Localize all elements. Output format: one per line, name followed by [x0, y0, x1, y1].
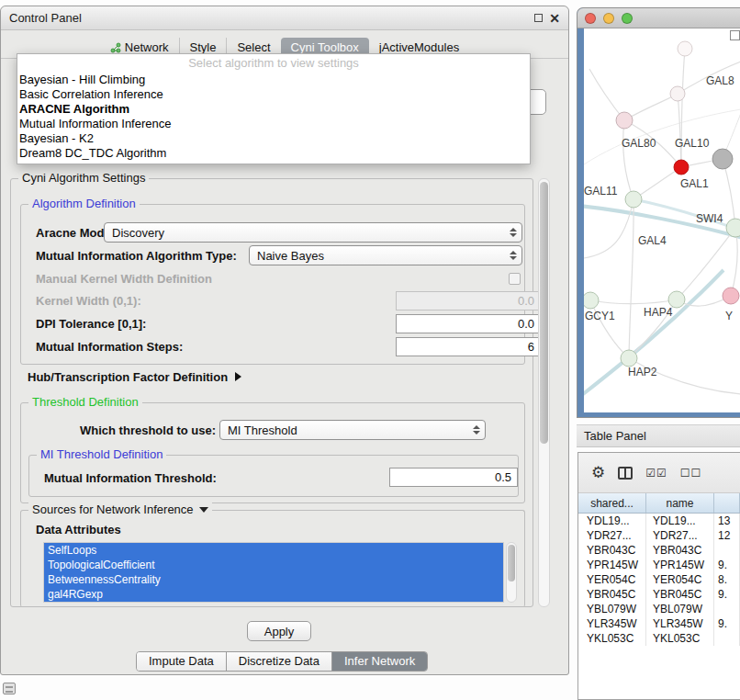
node-label: GAL1: [680, 177, 709, 190]
tab-impute-data[interactable]: Impute Data: [137, 652, 226, 671]
network-node[interactable]: [584, 292, 599, 309]
zoom-traffic-light[interactable]: [622, 13, 633, 24]
threshold-definition-group: Threshold Definition Which threshold to …: [20, 402, 525, 503]
network-node[interactable]: [712, 149, 733, 169]
table-toolbar: ⚙ ☑☑ ☐☐: [578, 453, 740, 493]
network-tab-icon: [110, 42, 121, 53]
close-window-button[interactable]: ✕: [549, 12, 560, 25]
table-row[interactable]: YLR345W YLR345W 9.: [578, 616, 740, 631]
close-traffic-light[interactable]: [585, 13, 596, 24]
mi-threshold-label: Mutual Information Threshold:: [44, 471, 217, 485]
deselect-all-checks-icon[interactable]: ☐☐: [680, 467, 702, 480]
network-node[interactable]: [616, 112, 633, 129]
table-row[interactable]: YDL19... YDL19... 13: [578, 514, 740, 528]
table-row[interactable]: YBR045C YBR045C 9.: [578, 587, 740, 602]
table-row[interactable]: YBL079W YBL079W: [578, 602, 740, 616]
network-node[interactable]: [723, 288, 739, 304]
table-row[interactable]: YBR043C YBR043C: [578, 543, 740, 558]
dropdown-option[interactable]: Basic Correlation Inference: [17, 87, 530, 102]
node-label: Y: [725, 310, 733, 322]
node-label: GAL10: [675, 137, 709, 150]
expand-arrow-icon: [199, 507, 208, 513]
table-panel-titlebar[interactable]: Table Panel: [577, 424, 740, 447]
minimize-traffic-light[interactable]: [603, 13, 614, 24]
apply-button[interactable]: Apply: [247, 621, 311, 641]
attribute-item[interactable]: SelfLoops: [44, 543, 503, 558]
node-label: GAL11: [584, 185, 617, 198]
hub-section-label: Hub/Transcription Factor Definition: [28, 370, 228, 384]
tab-discretize-data[interactable]: Discretize Data: [226, 652, 331, 671]
combo-arrows-icon: [510, 251, 517, 260]
collapse-arrow-icon: [235, 372, 241, 381]
mi-threshold-field[interactable]: 0.5: [389, 468, 518, 487]
settings-group-title: Cyni Algorithm Settings: [18, 171, 149, 185]
table-body: YDL19... YDL19... 13 YDR27... YDR27... 1…: [578, 514, 740, 699]
which-threshold-combo[interactable]: MI Threshold: [219, 420, 486, 440]
table-row[interactable]: YPR145W YPR145W 9.: [578, 558, 740, 572]
network-view-window: GAL8 GAL80 GAL10 GAL11 GAL1 SWI4 GAL4 GC…: [577, 7, 740, 418]
kernel-width-label: Kernel Width (0,1):: [36, 294, 141, 308]
hub-section-toggle[interactable]: Hub/Transcription Factor Definition: [28, 368, 241, 385]
network-node[interactable]: [670, 86, 685, 101]
data-attributes-label: Data Attributes: [36, 523, 121, 536]
columns-icon[interactable]: [618, 467, 633, 480]
mi-type-combo[interactable]: Naive Bayes: [249, 245, 522, 265]
attribute-item[interactable]: gal4RGexp: [44, 587, 503, 602]
sources-group-title[interactable]: Sources for Network Inference: [28, 502, 212, 516]
node-label: SWI4: [696, 212, 723, 225]
attribute-list-scrollbar[interactable]: [506, 542, 517, 603]
column-header-partial[interactable]: [714, 493, 740, 513]
table-row[interactable]: YDR27... YDR27... 12: [578, 528, 740, 543]
sources-group: Sources for Network Inference Data Attri…: [20, 510, 525, 607]
dpi-tolerance-field[interactable]: 0.0: [396, 314, 541, 333]
algorithm-dropdown-popup: Select algorithm to view settings Bayesi…: [17, 53, 531, 164]
dropdown-option[interactable]: Dream8 DC_TDC Algorithm: [17, 146, 530, 161]
table-row[interactable]: YKL053C YKL053C: [578, 631, 740, 646]
dropdown-option[interactable]: Bayesian - K2: [17, 131, 530, 146]
screenshot-root: Control Panel ✕ Network Style Select Cyn…: [0, 0, 740, 700]
kernel-width-field: 0.0: [396, 291, 541, 310]
column-header-name[interactable]: name: [646, 493, 714, 513]
dropdown-option[interactable]: Bayesian - Hill Climbing: [17, 73, 530, 87]
highlighted-edge: [584, 270, 723, 398]
threshold-definition-title: Threshold Definition: [28, 395, 142, 409]
mi-steps-label: Mutual Information Steps:: [36, 340, 183, 354]
attribute-item[interactable]: TopologicalCoefficient: [44, 558, 503, 572]
combo-arrows-icon: [510, 228, 517, 237]
node-label: GAL8: [706, 74, 734, 87]
tab-infer-network[interactable]: Infer Network: [331, 652, 427, 671]
settings-scrollbar[interactable]: [538, 178, 550, 607]
gear-icon[interactable]: ⚙: [591, 465, 605, 480]
network-node[interactable]: [621, 350, 637, 367]
dropdown-option-selected[interactable]: ARACNE Algorithm: [17, 102, 530, 117]
node-label: GAL4: [638, 234, 667, 247]
attribute-item[interactable]: BetweennessCentrality: [44, 572, 503, 587]
network-node[interactable]: [726, 219, 740, 237]
dropdown-option[interactable]: Mutual Information Inference: [17, 117, 530, 131]
dropdown-placeholder: Select algorithm to view settings: [17, 54, 530, 73]
table-header-row: shared... name: [578, 493, 740, 514]
data-attributes-list: SelfLoops TopologicalCoefficient Between…: [43, 542, 504, 603]
panel-grip-icon[interactable]: [3, 683, 16, 694]
network-node[interactable]: [625, 191, 642, 208]
float-window-button[interactable]: [534, 14, 543, 22]
aracne-mode-combo[interactable]: Discovery: [104, 222, 522, 243]
algorithm-definition-title: Algorithm Definition: [28, 197, 140, 210]
column-header-shared-name[interactable]: shared...: [578, 493, 646, 513]
table-panel-window: ⚙ ☑☑ ☐☐ shared... name YDL19... YDL19...…: [577, 452, 740, 700]
dpi-tolerance-label: DPI Tolerance [0,1]:: [36, 317, 146, 331]
select-all-checks-icon[interactable]: ☑☑: [645, 467, 667, 480]
mi-threshold-group-title: MI Threshold Definition: [37, 447, 166, 461]
mi-steps-field[interactable]: 6: [396, 337, 541, 356]
mi-type-label: Mutual Information Algorithm Type:: [36, 249, 237, 263]
network-node[interactable]: [674, 160, 689, 175]
control-panel-titlebar[interactable]: Control Panel ✕: [1, 6, 568, 30]
algorithm-definition-group: Algorithm Definition Aracne Mode: Discov…: [20, 204, 525, 365]
node-label: HAP4: [644, 306, 672, 319]
cyni-algorithm-settings-group: Cyni Algorithm Settings Algorithm Defini…: [10, 178, 533, 607]
network-canvas[interactable]: GAL8 GAL80 GAL10 GAL11 GAL1 SWI4 GAL4 GC…: [584, 28, 740, 412]
network-node[interactable]: [678, 41, 692, 56]
network-window-titlebar[interactable]: [577, 8, 740, 28]
table-row[interactable]: YER054C YER054C 8.: [578, 572, 740, 587]
overview-toggle[interactable]: [730, 30, 740, 40]
